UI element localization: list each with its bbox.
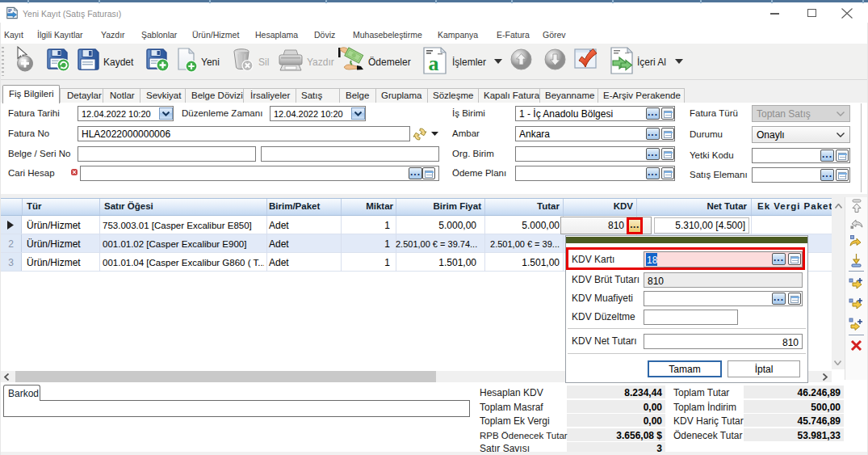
- svg-text:a: a: [429, 52, 439, 74]
